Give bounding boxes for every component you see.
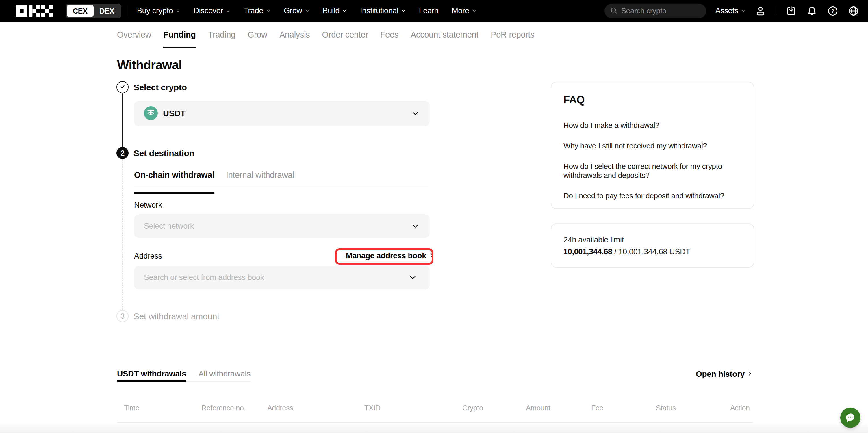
menu-trade[interactable]: Trade <box>244 6 271 15</box>
menu-label: Build <box>323 6 340 15</box>
column-time: Time <box>124 404 139 412</box>
chevron-down-icon <box>401 9 406 13</box>
tab-internal-withdrawal[interactable]: Internal withdrawal <box>226 170 294 186</box>
network-placeholder: Select network <box>144 222 194 231</box>
svg-text:?: ? <box>831 8 835 14</box>
faq-title: FAQ <box>563 94 741 106</box>
menu-label: Institutional <box>360 6 399 15</box>
column-txid: TXID <box>364 404 380 412</box>
subnav-trading[interactable]: Trading <box>208 22 236 47</box>
main-menu: Buy crypto Discover Trade Grow Build Ins… <box>137 6 476 15</box>
destination-tabs: On-chain withdrawal Internal withdrawal <box>134 170 430 187</box>
menu-discover[interactable]: Discover <box>194 6 230 15</box>
address-label: Address <box>134 252 162 260</box>
limit-available: 10,001,344.68 <box>563 247 612 256</box>
faq-item[interactable]: Why have I still not received my withdra… <box>563 141 741 151</box>
tab-onchain-withdrawal[interactable]: On-chain withdrawal <box>134 170 214 186</box>
tether-usdt-icon <box>144 106 158 121</box>
column-reference: Reference no. <box>202 404 246 412</box>
search-input[interactable] <box>621 6 718 15</box>
cex-dex-toggle: CEX DEX <box>66 4 121 18</box>
dex-toggle-button[interactable]: DEX <box>94 5 121 17</box>
chat-support-button[interactable] <box>840 408 861 428</box>
subnav-fees[interactable]: Fees <box>380 22 399 47</box>
open-history-link[interactable]: Open history <box>696 369 753 379</box>
menu-more[interactable]: More <box>452 6 476 15</box>
crypto-select[interactable]: USDT <box>134 101 430 126</box>
chat-bubble-icon <box>844 411 857 424</box>
page-title: Withdrawal <box>117 58 182 72</box>
nav-divider <box>129 5 129 16</box>
limit-total: / 10,001,344.68 USDT <box>612 247 690 256</box>
help-icon[interactable]: ? <box>827 5 839 17</box>
faq-item[interactable]: How do I make a withdrawal? <box>563 121 741 130</box>
network-label: Network <box>134 201 162 209</box>
account-subnav: Overview Funding Trading Grow Analysis O… <box>0 22 868 48</box>
subnav-funding[interactable]: Funding <box>163 22 196 47</box>
faq-item[interactable]: Do I need to pay fees for deposit and wi… <box>563 191 741 200</box>
menu-label: Discover <box>194 6 223 15</box>
step2-marker: 2 <box>117 147 129 159</box>
subnav-por-reports[interactable]: PoR reports <box>491 22 534 47</box>
column-action: Action <box>730 404 750 412</box>
subnav-grow[interactable]: Grow <box>248 22 267 47</box>
network-select[interactable]: Select network <box>134 214 430 238</box>
notifications-bell-icon[interactable] <box>806 5 818 17</box>
menu-label: Buy crypto <box>137 6 173 15</box>
faq-card: FAQ How do I make a withdrawal? Why have… <box>551 82 754 209</box>
menu-label: More <box>452 6 469 15</box>
open-history-label: Open history <box>696 369 745 379</box>
limit-title: 24h available limit <box>563 236 741 244</box>
subnav-overview[interactable]: Overview <box>117 22 151 47</box>
address-input[interactable] <box>134 266 430 289</box>
chevron-down-icon <box>342 9 347 13</box>
manage-address-book-button[interactable]: Manage address book <box>346 252 435 260</box>
menu-buy-crypto[interactable]: Buy crypto <box>137 6 180 15</box>
history-tabs: USDT withdrawals All withdrawals <box>117 369 250 381</box>
chevron-right-icon <box>429 252 435 260</box>
menu-institutional[interactable]: Institutional <box>360 6 406 15</box>
subnav-account-statement[interactable]: Account statement <box>411 22 478 47</box>
limit-value: 10,001,344.68 / 10,001,344.68 USDT <box>563 247 741 256</box>
menu-label: Trade <box>244 6 263 15</box>
subnav-analysis[interactable]: Analysis <box>279 22 310 47</box>
assets-label: Assets <box>715 6 738 15</box>
menu-label: Learn <box>419 6 439 15</box>
column-amount: Amount <box>526 404 550 412</box>
chevron-down-icon <box>176 9 180 13</box>
okx-withdrawal-page: CEX DEX Buy crypto Discover Trade Grow <box>0 0 868 433</box>
step3-marker: 3 <box>117 310 129 322</box>
selected-crypto: USDT <box>163 109 186 119</box>
chevron-down-icon <box>411 222 420 231</box>
tab-all-withdrawals[interactable]: All withdrawals <box>198 369 250 381</box>
check-icon <box>119 83 126 91</box>
step2-label: Set destination <box>133 149 194 158</box>
step2-number: 2 <box>121 149 125 157</box>
chevron-down-icon <box>411 109 420 118</box>
globe-icon[interactable] <box>848 5 859 17</box>
manage-address-book-label: Manage address book <box>346 252 426 260</box>
bottom-fade <box>0 423 868 433</box>
column-fee: Fee <box>591 404 603 412</box>
okx-logo-icon[interactable] <box>16 5 53 17</box>
top-navigation: CEX DEX Buy crypto Discover Trade Grow <box>0 0 868 22</box>
icon-divider <box>776 6 776 16</box>
limit-card: 24h available limit 10,001,344.68 / 10,0… <box>551 224 754 268</box>
stepper-connector-dotted <box>122 159 123 310</box>
user-icon[interactable] <box>755 5 766 17</box>
topnav-right: Assets ? <box>604 4 859 18</box>
subnav-order-center[interactable]: Order center <box>322 22 368 47</box>
column-crypto: Crypto <box>462 404 483 412</box>
search-box <box>604 4 706 18</box>
menu-grow[interactable]: Grow <box>284 6 309 15</box>
chevron-down-icon <box>472 9 476 13</box>
tab-usdt-withdrawals[interactable]: USDT withdrawals <box>117 369 186 381</box>
cex-toggle-button[interactable]: CEX <box>67 5 94 17</box>
menu-build[interactable]: Build <box>323 6 347 15</box>
stepper-connector-solid <box>122 93 123 147</box>
faq-item[interactable]: How do I select the correct network for … <box>563 162 741 180</box>
assets-dropdown[interactable]: Assets <box>715 6 745 15</box>
download-app-icon[interactable] <box>785 5 797 17</box>
menu-learn[interactable]: Learn <box>419 6 439 15</box>
menu-label: Grow <box>284 6 302 15</box>
